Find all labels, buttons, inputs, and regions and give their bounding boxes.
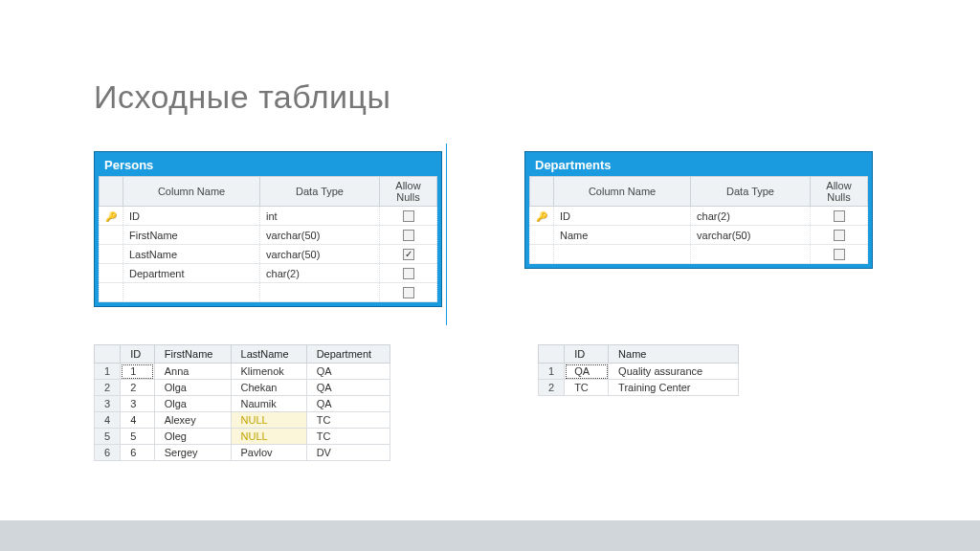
schema-row[interactable] bbox=[530, 245, 868, 264]
allownulls-cell[interactable] bbox=[380, 207, 437, 226]
schema-row[interactable] bbox=[100, 283, 437, 302]
rownum-cell[interactable]: 1 bbox=[539, 364, 565, 380]
colname-cell[interactable]: ID bbox=[554, 207, 691, 226]
colname-cell[interactable]: LastName bbox=[123, 245, 260, 264]
table-row[interactable]: 33OlgaNaumikQA bbox=[95, 396, 390, 412]
rownum-cell[interactable]: 4 bbox=[95, 412, 121, 429]
data-cell[interactable]: NULL bbox=[231, 412, 306, 429]
checkbox-icon[interactable] bbox=[834, 249, 845, 260]
data-cell[interactable]: Training Center bbox=[609, 380, 739, 396]
checkbox-icon[interactable] bbox=[403, 249, 414, 260]
schema-row[interactable]: LastNamevarchar(50) bbox=[100, 245, 437, 264]
colname-cell[interactable] bbox=[123, 283, 260, 302]
grid-header[interactable]: Name bbox=[609, 345, 739, 364]
rownum-cell[interactable]: 2 bbox=[539, 380, 565, 396]
table-row[interactable]: 55OlegNULLTC bbox=[95, 429, 390, 445]
table-row[interactable]: 1QAQuality assurance bbox=[539, 364, 739, 380]
schema-row[interactable]: 🔑IDint bbox=[100, 207, 437, 226]
data-cell[interactable]: Chekan bbox=[231, 380, 306, 396]
allownulls-cell[interactable] bbox=[380, 264, 437, 283]
colname-cell[interactable]: Name bbox=[554, 226, 691, 245]
datatype-cell[interactable] bbox=[691, 245, 811, 264]
datatype-cell[interactable]: varchar(50) bbox=[691, 226, 811, 245]
data-cell[interactable]: Naumik bbox=[231, 396, 306, 412]
pk-cell bbox=[100, 283, 123, 302]
data-cell[interactable]: QA bbox=[306, 396, 390, 412]
departments-schema-table: Column Name Data Type Allow Nulls 🔑IDcha… bbox=[529, 176, 868, 264]
departments-schema-panel: Departments Column Name Data Type Allow … bbox=[524, 151, 873, 269]
grid-header[interactable]: ID bbox=[121, 345, 155, 364]
departments-data-grid[interactable]: IDName1QAQuality assurance2TCTraining Ce… bbox=[538, 344, 739, 396]
rownum-cell[interactable]: 6 bbox=[95, 445, 121, 461]
allownulls-cell[interactable] bbox=[380, 283, 437, 302]
allownulls-cell[interactable] bbox=[811, 207, 868, 226]
grid-header[interactable]: Department bbox=[306, 345, 390, 364]
data-cell[interactable]: Alexey bbox=[154, 412, 231, 429]
data-cell[interactable]: TC bbox=[306, 429, 390, 445]
data-cell[interactable]: Klimenok bbox=[231, 364, 306, 380]
colname-cell[interactable]: FirstName bbox=[123, 226, 260, 245]
data-cell[interactable]: Pavlov bbox=[231, 445, 306, 461]
datatype-cell[interactable] bbox=[260, 283, 380, 302]
schema-row[interactable]: FirstNamevarchar(50) bbox=[100, 226, 437, 245]
data-cell[interactable]: 2 bbox=[121, 380, 155, 396]
checkbox-icon[interactable] bbox=[403, 268, 414, 279]
datatype-cell[interactable]: char(2) bbox=[260, 264, 380, 283]
persons-schema-title: Persons bbox=[99, 156, 437, 176]
data-cell[interactable]: 3 bbox=[121, 396, 155, 412]
rownum-cell[interactable]: 1 bbox=[95, 364, 121, 380]
data-cell[interactable]: QA bbox=[306, 380, 390, 396]
data-cell[interactable]: Sergey bbox=[154, 445, 231, 461]
data-cell[interactable]: 5 bbox=[121, 429, 155, 445]
data-cell[interactable]: QA bbox=[306, 364, 390, 380]
grid-header[interactable]: LastName bbox=[231, 345, 306, 364]
schema-row[interactable]: Namevarchar(50) bbox=[530, 226, 868, 245]
datatype-cell[interactable]: char(2) bbox=[691, 207, 811, 226]
persons-data-grid[interactable]: IDFirstNameLastNameDepartment11AnnaKlime… bbox=[94, 344, 390, 461]
data-cell[interactable]: TC bbox=[565, 380, 609, 396]
checkbox-icon[interactable] bbox=[403, 210, 414, 222]
colname-cell[interactable]: ID bbox=[123, 207, 260, 226]
grid-header[interactable]: ID bbox=[565, 345, 609, 364]
allownulls-cell[interactable] bbox=[380, 245, 437, 264]
schema-row[interactable]: Departmentchar(2) bbox=[100, 264, 437, 283]
data-cell[interactable]: 1 bbox=[121, 364, 155, 380]
checkbox-icon[interactable] bbox=[834, 230, 845, 241]
pk-cell: 🔑 bbox=[530, 207, 554, 226]
data-cell[interactable]: 4 bbox=[121, 412, 155, 429]
datatype-cell[interactable]: varchar(50) bbox=[260, 245, 380, 264]
checkbox-icon[interactable] bbox=[403, 230, 414, 241]
datatype-cell[interactable]: int bbox=[260, 207, 380, 226]
table-row[interactable]: 22OlgaChekanQA bbox=[95, 380, 390, 396]
rownum-header bbox=[539, 345, 565, 364]
rownum-cell[interactable]: 3 bbox=[95, 396, 121, 412]
grid-header[interactable]: FirstName bbox=[154, 345, 231, 364]
data-cell[interactable]: DV bbox=[306, 445, 390, 461]
table-row[interactable]: 11AnnaKlimenokQA bbox=[95, 364, 390, 380]
slide-title: Исходные таблицы bbox=[94, 78, 390, 116]
schema-row[interactable]: 🔑IDchar(2) bbox=[530, 207, 868, 226]
checkbox-icon[interactable] bbox=[834, 210, 845, 222]
data-cell[interactable]: Olga bbox=[154, 396, 231, 412]
data-cell[interactable]: NULL bbox=[231, 429, 306, 445]
allownulls-cell[interactable] bbox=[811, 245, 868, 264]
rownum-cell[interactable]: 5 bbox=[95, 429, 121, 445]
data-cell[interactable]: Quality assurance bbox=[609, 364, 739, 380]
rownum-cell[interactable]: 2 bbox=[95, 380, 121, 396]
data-cell[interactable]: Olga bbox=[154, 380, 231, 396]
colname-cell[interactable]: Department bbox=[123, 264, 260, 283]
data-cell[interactable]: Anna bbox=[154, 364, 231, 380]
allownulls-cell[interactable] bbox=[380, 226, 437, 245]
key-col-header bbox=[100, 177, 123, 207]
table-row[interactable]: 44AlexeyNULLTC bbox=[95, 412, 390, 429]
allownulls-cell[interactable] bbox=[811, 226, 868, 245]
data-cell[interactable]: QA bbox=[565, 364, 609, 380]
data-cell[interactable]: Oleg bbox=[154, 429, 231, 445]
table-row[interactable]: 66SergeyPavlovDV bbox=[95, 445, 390, 461]
datatype-cell[interactable]: varchar(50) bbox=[260, 226, 380, 245]
colname-cell[interactable] bbox=[554, 245, 691, 264]
checkbox-icon[interactable] bbox=[403, 287, 414, 298]
table-row[interactable]: 2TCTraining Center bbox=[539, 380, 739, 396]
data-cell[interactable]: TC bbox=[306, 412, 390, 429]
data-cell[interactable]: 6 bbox=[121, 445, 155, 461]
